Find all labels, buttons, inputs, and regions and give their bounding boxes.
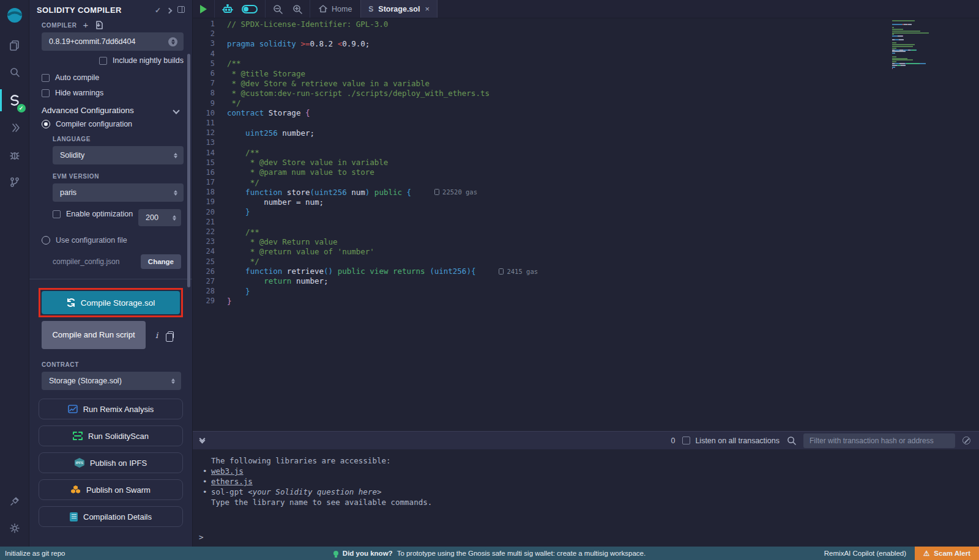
plugin-manager-icon[interactable] <box>0 488 29 515</box>
contract-select[interactable]: Storage (Storage.sol) <box>42 372 181 390</box>
publish-on-ipfs-button[interactable]: IPFS Publish on IPFS <box>39 452 183 473</box>
line-number[interactable]: 29 <box>193 297 227 305</box>
code-line[interactable]: 2 <box>193 29 979 39</box>
line-number[interactable]: 16 <box>193 168 227 177</box>
deploy-run-icon[interactable] <box>0 115 29 142</box>
code-line[interactable]: 4 <box>193 49 979 59</box>
code-line[interactable]: 29} <box>193 296 979 306</box>
line-number[interactable]: 4 <box>193 50 227 58</box>
publish-on-swarm-button[interactable]: Publish on Swarm <box>39 479 183 500</box>
line-number[interactable]: 27 <box>193 277 227 286</box>
line-number[interactable]: 11 <box>193 119 227 127</box>
copilot-toggle[interactable] <box>242 5 258 13</box>
change-config-button[interactable]: Change <box>141 254 181 269</box>
line-number[interactable]: 9 <box>193 99 227 108</box>
compile-button[interactable]: Compile Storage.sol <box>42 291 180 314</box>
library-link[interactable]: ethers.js <box>211 476 253 487</box>
library-link[interactable]: web3.js <box>211 466 244 476</box>
code-line[interactable]: 17 */ <box>193 177 979 187</box>
code-line[interactable]: 21 <box>193 217 979 227</box>
code-line[interactable]: 6 * @title Storage <box>193 68 979 78</box>
remix-logo-icon[interactable] <box>0 0 29 32</box>
transaction-filter-input[interactable] <box>803 433 955 448</box>
terminal-prompt[interactable]: > <box>199 532 204 542</box>
line-number[interactable]: 22 <box>193 227 227 236</box>
line-number[interactable]: 23 <box>193 237 227 246</box>
line-number[interactable]: 20 <box>193 208 227 216</box>
line-number[interactable]: 24 <box>193 247 227 256</box>
run-remix-analysis-button[interactable]: Run Remix Analysis <box>39 399 183 419</box>
code-line[interactable]: 26 function retrieve() public view retur… <box>193 267 979 276</box>
line-number[interactable]: 7 <box>193 79 227 87</box>
code-line[interactable]: 1// SPDX-License-Identifier: GPL-3.0 <box>193 19 979 29</box>
collapse-panel-icon[interactable] <box>167 6 171 15</box>
code-line[interactable]: 15 * @dev Store value in variable <box>193 158 979 168</box>
line-number[interactable]: 13 <box>193 138 227 147</box>
line-number[interactable]: 1 <box>193 20 227 28</box>
line-number[interactable]: 17 <box>193 178 227 186</box>
code-line[interactable]: 24 * @return value of 'number' <box>193 246 979 256</box>
auto-compile-checkbox[interactable]: Auto compile <box>42 73 184 82</box>
compilation-details-button[interactable]: Compilation Details <box>39 506 183 527</box>
code-line[interactable]: 19 number = num; <box>193 197 979 207</box>
code-line[interactable]: 25 */ <box>193 257 979 267</box>
tab-home[interactable]: Home <box>310 0 360 18</box>
code-line[interactable]: 13 <box>193 138 979 147</box>
info-icon[interactable]: i <box>155 331 158 340</box>
code-line[interactable]: 27 return number; <box>193 276 979 286</box>
load-compiler-icon[interactable] <box>94 21 103 29</box>
line-number[interactable]: 5 <box>193 59 227 68</box>
code-editor[interactable]: 1// SPDX-License-Identifier: GPL-3.023pr… <box>193 18 979 431</box>
panel-scrollbar[interactable] <box>187 54 190 287</box>
debugger-icon[interactable] <box>0 142 29 169</box>
line-number[interactable]: 21 <box>193 218 227 226</box>
code-line[interactable]: 11 <box>193 118 979 128</box>
clear-terminal-icon[interactable] <box>962 437 970 444</box>
code-line[interactable]: 7 * @dev Store & retrieve value in a var… <box>193 78 979 88</box>
terminal-output[interactable]: The following libraries are accessible:•… <box>193 449 979 547</box>
zoom-in-icon[interactable] <box>292 4 302 14</box>
run-solidityscan-button[interactable]: Run SolidityScan <box>39 426 183 446</box>
line-number[interactable]: 14 <box>193 149 227 157</box>
optimize-runs-input[interactable]: 200 <box>138 209 181 226</box>
line-number[interactable]: 2 <box>193 29 227 38</box>
code-line[interactable]: 8 * @custom:dev-run-script ./scripts/dep… <box>193 88 979 98</box>
line-number[interactable]: 8 <box>193 89 227 97</box>
line-number[interactable]: 15 <box>193 158 227 167</box>
use-configuration-file-radio[interactable]: Use configuration file <box>29 226 192 245</box>
close-tab-icon[interactable]: × <box>425 4 430 13</box>
line-number[interactable]: 18 <box>193 188 227 196</box>
ai-copilot-robot-icon[interactable] <box>222 4 233 14</box>
settings-icon[interactable] <box>0 515 29 542</box>
line-number[interactable]: 12 <box>193 128 227 137</box>
run-script-icon[interactable] <box>200 5 207 13</box>
compiler-version-select[interactable]: 0.8.19+commit.7dd6d404 <box>42 32 184 51</box>
code-line[interactable]: 28 } <box>193 286 979 296</box>
collapse-terminal-icon[interactable] <box>200 439 204 443</box>
code-line[interactable]: 20 } <box>193 207 979 217</box>
line-number[interactable]: 3 <box>193 39 227 48</box>
copy-icon[interactable] <box>168 331 174 339</box>
code-line[interactable]: 14 /** <box>193 147 979 157</box>
tab-storage-sol[interactable]: S Storage.sol × <box>360 0 437 18</box>
code-line[interactable]: 9 */ <box>193 98 979 108</box>
editor-minimap[interactable] <box>892 20 952 70</box>
line-number[interactable]: 19 <box>193 197 227 206</box>
code-line[interactable]: 3pragma solidity >=0.8.2 <0.9.0; <box>193 39 979 48</box>
include-nightly-checkbox[interactable]: Include nightly builds <box>42 56 184 65</box>
enable-optimization-checkbox[interactable]: Enable optimization <box>53 209 133 219</box>
git-icon[interactable] <box>0 169 29 196</box>
line-number[interactable]: 26 <box>193 267 227 276</box>
code-line[interactable]: 23 * @dev Return value <box>193 237 979 246</box>
code-line[interactable]: 5/** <box>193 59 979 68</box>
line-number[interactable]: 28 <box>193 287 227 295</box>
code-line[interactable]: 22 /** <box>193 227 979 237</box>
code-line[interactable]: 16 * @param num value to store <box>193 168 979 177</box>
code-line[interactable]: 18 function store(uint256 num) public {2… <box>193 187 979 197</box>
code-line[interactable]: 10contract Storage { <box>193 108 979 118</box>
terminal-search-icon[interactable] <box>787 436 796 445</box>
line-number[interactable]: 6 <box>193 69 227 78</box>
file-explorer-icon[interactable] <box>0 32 29 59</box>
advanced-configurations-toggle[interactable]: Advanced Configurations <box>29 97 192 120</box>
evm-version-select[interactable]: paris <box>53 183 184 202</box>
